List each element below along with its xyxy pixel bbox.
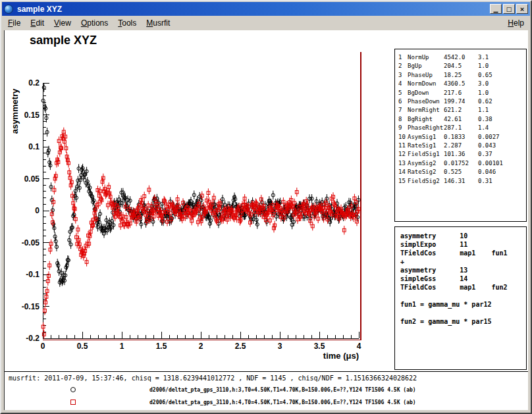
svg-text:0.2: 0.2 xyxy=(28,78,40,88)
parameter-pname: BgRight xyxy=(408,115,444,124)
parameter-pname: RateSig1 xyxy=(408,142,444,150)
svg-text:1: 1 xyxy=(120,342,124,351)
root-canvas: -0.2-0.15-0.1-0.0500.050.10.150.200.511.… xyxy=(4,30,528,410)
parameter-list: 1NormUp4542.03.12BgUp204.51.03PhaseUp18.… xyxy=(398,53,526,186)
parameter-pno: 4 xyxy=(398,80,408,88)
parameter-pno: 15 xyxy=(398,177,408,186)
parameter-perr: 0.046 xyxy=(478,168,496,176)
parameter-row: 3PhaseUp18.250.65 xyxy=(398,71,526,80)
svg-text:0.05: 0.05 xyxy=(24,174,40,184)
parameter-perr: 0.62 xyxy=(478,97,492,106)
parameter-row: 10AsymSig10.18330.0027 xyxy=(398,133,526,142)
parameter-pno: 2 xyxy=(398,62,408,70)
parameter-pno: 9 xyxy=(398,124,408,132)
parameter-perr: 1.0 xyxy=(478,62,489,70)
window-title: sample XYZ xyxy=(17,5,487,14)
theory-line: TFieldCos map1 fun1 xyxy=(400,249,526,257)
parameter-pname: BgDown xyxy=(408,89,444,97)
menu-file[interactable]: File xyxy=(8,18,20,28)
parameter-row: 2BgUp204.51.0 xyxy=(398,62,526,70)
parameter-pname: FieldSig1 xyxy=(408,150,444,159)
parameter-pname: PhaseRight xyxy=(408,124,444,132)
svg-text:0: 0 xyxy=(35,206,40,215)
theory-line: simplExpo 11 xyxy=(400,240,526,249)
svg-text:0.5: 0.5 xyxy=(77,342,88,351)
close-button[interactable]: × xyxy=(516,4,528,14)
svg-text:2.5: 2.5 xyxy=(235,342,246,351)
parameter-pval: 101.36 xyxy=(444,150,478,159)
menu-musrfit-label: usrfit xyxy=(153,18,170,28)
parameter-pname: AsymSig1 xyxy=(408,133,444,142)
menu-edit-label: dit xyxy=(36,18,44,28)
parameter-pval: 0.01752 xyxy=(444,159,478,168)
parameter-row: 4NormDown4360.53.0 xyxy=(398,80,526,88)
parameter-pname: NormUp xyxy=(408,53,444,62)
plot-title: sample XYZ xyxy=(30,34,97,47)
menu-tools[interactable]: Tools xyxy=(118,18,136,28)
parameter-row: 12FieldSig1101.360.37 xyxy=(398,150,526,159)
parameter-row: 9PhaseRight287.11.4 xyxy=(398,124,526,132)
fit-status: musrfit: 2011-07-09, 15:37:46, chisq = 1… xyxy=(9,375,417,382)
parameter-pval: 4542.0 xyxy=(444,53,478,62)
square-marker-icon xyxy=(70,400,76,405)
menubar: File Edit View Options Tools Musrfit Hel… xyxy=(2,16,530,30)
menu-view[interactable]: View xyxy=(54,18,71,28)
maximize-button[interactable]: □ xyxy=(503,4,515,14)
parameter-pval: 2.287 xyxy=(444,142,478,150)
parameter-perr: 0.0027 xyxy=(478,133,500,142)
theory-line: TFieldCos map1 fun2 xyxy=(400,283,526,292)
parameter-pno: 14 xyxy=(398,168,408,176)
theory-line: fun2 = gamma_mu * par15 xyxy=(400,317,526,326)
parameter-pno: 3 xyxy=(398,71,408,80)
parameter-perr: 3.0 xyxy=(478,80,489,88)
parameter-pname: PhaseUp xyxy=(408,71,444,80)
menu-options-mnemonic: O xyxy=(81,18,87,28)
menu-help[interactable]: Help xyxy=(508,18,524,28)
parameter-perr: 0.31 xyxy=(478,177,492,186)
svg-text:-0.1: -0.1 xyxy=(26,270,40,279)
parameter-pno: 12 xyxy=(398,150,408,159)
legend-entry: d2006/deltat_pta_gps_3110,h:4,T0=4.50K,T… xyxy=(5,398,528,407)
parameter-row: 1NormUp4542.03.1 xyxy=(398,53,526,62)
app-icon[interactable] xyxy=(4,5,13,14)
parameter-pval: 0.1833 xyxy=(444,133,478,142)
parameter-pval: 42.61 xyxy=(444,115,478,124)
theory-line: simpleGss 14 xyxy=(400,274,526,283)
theory-line: asymmetry 13 xyxy=(400,266,526,274)
legend-label: d2006/deltat_pta_gps_3110,h:4,T0=4.50K,T… xyxy=(149,400,416,405)
parameter-row: 14RateSig20.5250.046 xyxy=(398,168,526,176)
svg-text:time (μs): time (μs) xyxy=(323,351,359,361)
parameter-pval: 0.525 xyxy=(444,168,478,176)
parameter-pval: 287.1 xyxy=(444,124,478,132)
theory-line xyxy=(400,292,526,300)
parameter-pno: 8 xyxy=(398,115,408,124)
parameter-perr: 0.38 xyxy=(478,115,492,124)
titlebar-buttons: ▁ □ × xyxy=(490,4,528,14)
parameter-pname: PhaseDown xyxy=(408,97,444,106)
parameter-pno: 13 xyxy=(398,159,408,168)
menu-edit[interactable]: Edit xyxy=(30,18,44,28)
parameter-row: 6PhaseDown199.740.62 xyxy=(398,97,526,106)
theory-line: asymmetry 10 xyxy=(400,232,526,240)
svg-text:4: 4 xyxy=(357,342,361,351)
parameter-row: 8BgRight42.610.38 xyxy=(398,115,526,124)
parameter-pname: BgUp xyxy=(408,62,444,70)
minimize-button[interactable]: ▁ xyxy=(490,4,502,14)
svg-text:2: 2 xyxy=(199,342,203,351)
parameter-row: 15FieldSig2146.310.31 xyxy=(398,177,526,186)
menu-options[interactable]: Options xyxy=(81,18,108,28)
menu-musrfit[interactable]: Musrfit xyxy=(146,18,170,28)
menu-help-mnemonic: H xyxy=(508,18,514,28)
parameter-perr: 1.4 xyxy=(478,124,489,132)
svg-text:3: 3 xyxy=(278,342,282,351)
titlebar: sample XYZ ▁ □ × xyxy=(2,2,530,16)
menu-tools-label: ools xyxy=(122,18,136,28)
series-circle xyxy=(41,83,360,287)
svg-text:1.5: 1.5 xyxy=(156,342,167,351)
svg-text:3.5: 3.5 xyxy=(314,342,325,351)
theory-lines: asymmetry 10simplExpo 11TFieldCos map1 f… xyxy=(400,232,526,326)
theory-line: + xyxy=(400,257,526,266)
svg-text:0: 0 xyxy=(41,342,45,351)
menu-help-label: elp xyxy=(514,18,524,28)
parameter-perr: 0.65 xyxy=(478,71,492,80)
